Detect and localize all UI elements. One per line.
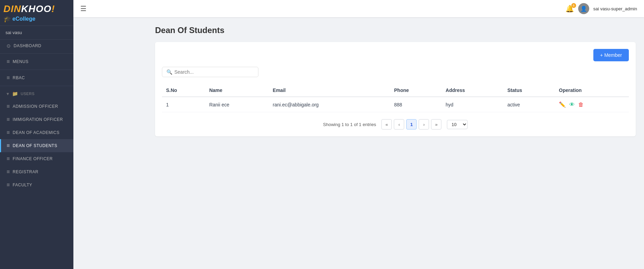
- sidebar-item-immigration-officer[interactable]: ≡ IMMIGRATION OFFICER: [0, 113, 73, 126]
- col-sno: S.No: [162, 84, 205, 97]
- nav-divider-2: [0, 70, 73, 70]
- table-body: 1 Ranii ece rani.ec@abbigale.org 888 hyd…: [162, 97, 629, 112]
- cell-address: hyd: [441, 97, 503, 112]
- logo-exclaim: !: [51, 3, 55, 14]
- sidebar-item-finance-officer-label: FINANCE OFFICER: [13, 156, 53, 161]
- card-toolbar: + Member: [162, 49, 629, 61]
- logo-text: DINKHOO!: [3, 3, 70, 14]
- ecollege-label: eCollege: [12, 16, 35, 22]
- logo-ecollege: 🎓 eCollege: [3, 15, 70, 23]
- search-input[interactable]: [174, 69, 254, 75]
- rbac-icon: ≡: [7, 75, 10, 81]
- avatar-icon: 👤: [580, 6, 587, 12]
- topbar-username: sai vasu-super_admin: [593, 6, 637, 11]
- topbar-right: 🔔 8 👤 sai vasu-super_admin: [565, 3, 637, 14]
- col-email: Email: [269, 84, 390, 97]
- main-content: Dean Of Students + Member 🔍 S.No Name Em…: [147, 17, 644, 269]
- dean-students-icon: ≡: [7, 143, 10, 149]
- dean-academics-icon: ≡: [7, 130, 10, 136]
- sidebar-item-faculty[interactable]: ≡ FACULTY: [0, 178, 73, 192]
- sidebar-username: sai vasu: [0, 26, 73, 40]
- pagination-last-button[interactable]: »: [431, 119, 441, 130]
- users-caret-icon: ▾: [7, 91, 9, 96]
- notification-badge: 8: [571, 3, 576, 8]
- sidebar-item-menus-label: Menus: [13, 59, 29, 64]
- pagination-info: Showing 1 to 1 of 1 entries: [323, 122, 376, 127]
- sidebar-item-dean-of-students-label: DEAN OF STUDENTS: [13, 143, 57, 148]
- cell-name: Ranii ece: [205, 97, 268, 112]
- sidebar-item-faculty-label: FACULTY: [13, 183, 32, 187]
- immigration-officer-icon: ≡: [7, 116, 10, 123]
- col-status: Status: [503, 84, 555, 97]
- cell-phone: 888: [390, 97, 442, 112]
- sidebar-nav: ⊙ Dashboard ≡ Menus ≡ RBAC ▾ 📁 USERS ≡ A…: [0, 40, 73, 269]
- pagination-page-1-button[interactable]: 1: [406, 119, 417, 130]
- search-icon: 🔍: [166, 69, 172, 75]
- sidebar-item-dashboard-label: Dashboard: [14, 43, 42, 48]
- data-table: S.No Name Email Phone Address Status Ope…: [162, 84, 629, 112]
- pagination-first-button[interactable]: «: [381, 119, 392, 130]
- search-bar-container: 🔍: [162, 67, 258, 77]
- notification-bell[interactable]: 🔔 8: [565, 4, 574, 13]
- menus-icon: ≡: [7, 59, 10, 65]
- cell-sno: 1: [162, 97, 205, 112]
- col-operation: Operation: [555, 84, 629, 97]
- col-phone: Phone: [390, 84, 442, 97]
- nav-divider-1: [0, 53, 73, 54]
- content-card: + Member 🔍 S.No Name Email Phone Address…: [155, 42, 636, 136]
- topbar-left: ☰: [80, 4, 86, 13]
- logo-cap-icon: 🎓: [3, 15, 11, 23]
- delete-button[interactable]: 🗑: [578, 102, 584, 108]
- sidebar-item-dashboard[interactable]: ⊙ Dashboard: [0, 40, 73, 52]
- sidebar-logo: DINKHOO! 🎓 eCollege: [0, 0, 73, 26]
- users-folder-icon: 📁: [12, 91, 18, 96]
- cell-operations: ✏️ 👁 🗑: [555, 97, 629, 112]
- add-member-button[interactable]: + Member: [593, 49, 629, 61]
- col-address: Address: [441, 84, 503, 97]
- page-title: Dean Of Students: [155, 25, 636, 35]
- logo-khoo: KHOO: [21, 3, 51, 14]
- sidebar-section-users-label: USERS: [21, 92, 34, 96]
- sidebar-item-rbac[interactable]: ≡ RBAC: [0, 71, 73, 84]
- sidebar-item-admission-officer-label: ADMISSION OFFICER: [13, 104, 58, 109]
- registrar-icon: ≡: [7, 169, 10, 175]
- dashboard-icon: ⊙: [7, 43, 11, 49]
- nav-divider-3: [0, 86, 73, 86]
- sidebar-item-registrar[interactable]: ≡ REGISTRAR: [0, 165, 73, 178]
- logo-din: DIN: [3, 3, 21, 14]
- cell-status: active: [503, 97, 555, 112]
- table-header-row: S.No Name Email Phone Address Status Ope…: [162, 84, 629, 97]
- table-row: 1 Ranii ece rani.ec@abbigale.org 888 hyd…: [162, 97, 629, 112]
- finance-officer-icon: ≡: [7, 156, 10, 162]
- avatar: 👤: [578, 3, 589, 14]
- sidebar-item-immigration-officer-label: IMMIGRATION OFFICER: [13, 117, 63, 122]
- sidebar-item-dean-of-students[interactable]: ≡ DEAN OF STUDENTS: [0, 139, 73, 152]
- sidebar-item-registrar-label: REGISTRAR: [13, 169, 39, 174]
- topbar: ☰ 🔔 8 👤 sai vasu-super_admin: [73, 0, 644, 17]
- edit-button[interactable]: ✏️: [559, 101, 566, 108]
- pagination-next-button[interactable]: ›: [419, 119, 429, 130]
- faculty-icon: ≡: [7, 182, 10, 188]
- sidebar-item-finance-officer[interactable]: ≡ FINANCE OFFICER: [0, 152, 73, 165]
- sidebar-item-dean-of-academics[interactable]: ≡ DEAN OF ACADEMICS: [0, 126, 73, 139]
- hamburger-button[interactable]: ☰: [80, 4, 86, 13]
- admission-officer-icon: ≡: [7, 103, 10, 110]
- table-header: S.No Name Email Phone Address Status Ope…: [162, 84, 629, 97]
- sidebar-section-users[interactable]: ▾ 📁 USERS: [0, 87, 73, 100]
- pagination-row: Showing 1 to 1 of 1 entries « ‹ 1 › » 10…: [162, 119, 629, 130]
- sidebar: DINKHOO! 🎓 eCollege sai vasu ⊙ Dashboard…: [0, 0, 73, 269]
- per-page-select[interactable]: 10 25 50 100: [447, 120, 468, 129]
- view-button[interactable]: 👁: [569, 102, 575, 108]
- sidebar-item-rbac-label: RBAC: [13, 75, 25, 80]
- sidebar-item-dean-of-academics-label: DEAN OF ACADEMICS: [13, 130, 60, 135]
- sidebar-item-admission-officer[interactable]: ≡ ADMISSION OFFICER: [0, 100, 73, 113]
- col-name: Name: [205, 84, 268, 97]
- sidebar-item-menus[interactable]: ≡ Menus: [0, 55, 73, 68]
- pagination-prev-button[interactable]: ‹: [394, 119, 404, 130]
- cell-email: rani.ec@abbigale.org: [269, 97, 390, 112]
